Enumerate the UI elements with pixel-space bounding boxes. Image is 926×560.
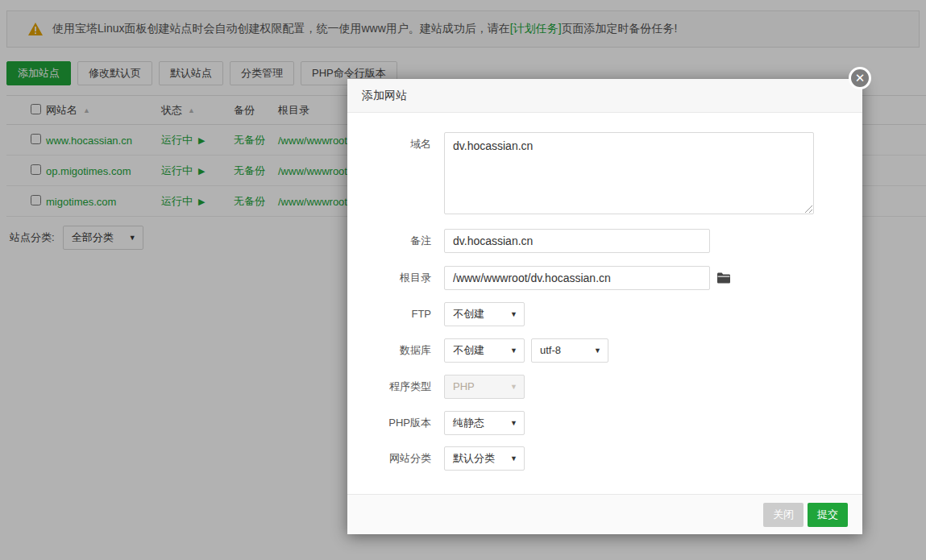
ftp-label: FTP <box>347 302 431 326</box>
resize-handle[interactable] <box>804 204 812 213</box>
root-dir-label: 根目录 <box>347 266 431 290</box>
submit-button[interactable]: 提交 <box>808 503 848 527</box>
add-site-form: 域名 dv.hocassian.cn 备注 根目录 <box>347 113 862 494</box>
php-version-select[interactable]: 纯静态 ▼ <box>444 411 525 435</box>
site-category-select[interactable]: 默认分类 ▼ <box>444 446 525 471</box>
chevron-down-icon: ▼ <box>594 339 601 362</box>
database-label: 数据库 <box>347 338 431 363</box>
close-icon: ✕ <box>855 72 866 84</box>
chevron-down-icon: ▼ <box>510 447 517 470</box>
modal-close-button[interactable]: ✕ <box>849 67 871 89</box>
php-version-row: PHP版本 纯静态 ▼ <box>347 411 525 435</box>
close-button[interactable]: 关闭 <box>763 503 804 527</box>
modal-title: 添加网站 <box>347 79 862 113</box>
root-dir-row: 根目录 <box>347 266 730 290</box>
ftp-select[interactable]: 不创建 ▼ <box>444 302 525 326</box>
app-type-row: 程序类型 PHP ▼ <box>347 375 525 399</box>
chevron-down-icon: ▼ <box>510 339 517 362</box>
chevron-down-icon: ▼ <box>510 375 517 398</box>
site-category-label: 网站分类 <box>347 446 431 471</box>
domain-row: 域名 dv.hocassian.cn <box>347 132 814 214</box>
add-site-modal: 添加网站 域名 dv.hocassian.cn 备注 根目录 <box>347 79 862 534</box>
root-dir-input[interactable] <box>444 266 710 290</box>
chevron-down-icon: ▼ <box>510 303 517 326</box>
domain-textarea[interactable]: dv.hocassian.cn <box>444 132 814 214</box>
php-version-label: PHP版本 <box>347 411 431 435</box>
app-type-label: 程序类型 <box>347 375 431 399</box>
baota-site-page: 使用宝塔Linux面板创建站点时会自动创建权限配置，统一使用www用户。建站成功… <box>0 0 926 560</box>
modal-footer: 关闭 提交 <box>347 494 862 534</box>
database-select[interactable]: 不创建 ▼ <box>444 338 525 363</box>
folder-icon[interactable] <box>717 272 730 284</box>
ftp-row: FTP 不创建 ▼ <box>347 302 525 326</box>
database-row: 数据库 不创建 ▼ utf-8 ▼ <box>347 338 608 363</box>
remark-input[interactable] <box>444 229 710 253</box>
domain-label: 域名 <box>347 132 431 156</box>
remark-row: 备注 <box>347 229 710 253</box>
charset-select[interactable]: utf-8 ▼ <box>531 338 608 363</box>
app-type-select: PHP ▼ <box>444 375 525 399</box>
remark-label: 备注 <box>347 229 431 253</box>
chevron-down-icon: ▼ <box>510 412 517 434</box>
site-category-row: 网站分类 默认分类 ▼ <box>347 446 525 471</box>
